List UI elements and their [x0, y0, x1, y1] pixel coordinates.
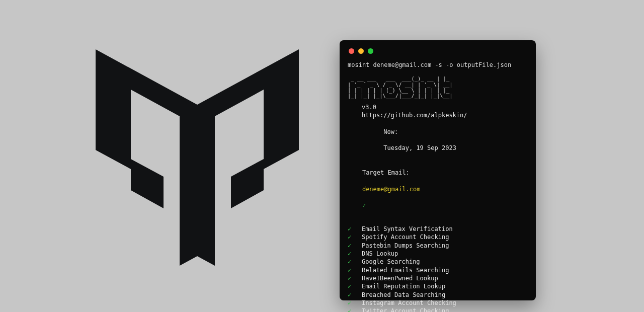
- now-label: Now:: [383, 128, 398, 135]
- task-row: ✓Related Emails Searching: [348, 266, 528, 274]
- task-row: ✓Instagram Account Checking: [348, 299, 528, 307]
- command-line: mosint deneme@gmail.com -s -o outputFile…: [348, 61, 528, 69]
- check-icon: ✓: [348, 242, 362, 250]
- task-label: Email Reputation Lookup: [362, 282, 445, 290]
- minimize-icon[interactable]: [358, 48, 364, 54]
- check-icon: ✓: [348, 274, 362, 282]
- zoom-icon[interactable]: [368, 48, 373, 54]
- check-icon: ✓: [362, 202, 366, 209]
- mosint-logo-svg: [96, 49, 299, 266]
- task-label: Email Syntax Verification: [362, 225, 453, 233]
- target-email: deneme@gmail.com: [362, 186, 421, 193]
- check-icon: ✓: [348, 225, 362, 233]
- mosint-logo: [96, 49, 299, 266]
- task-row: ✓DNS Lookup: [348, 250, 528, 258]
- task-label: Breached Data Searching: [362, 291, 445, 299]
- task-row: ✓Breached Data Searching: [348, 291, 528, 299]
- task-label: Spotify Account Checking: [362, 233, 449, 241]
- ascii-banner: _ __ ___ ___ ___(_)_ __ | |_ | '_ ` _ \ …: [348, 76, 528, 99]
- task-row: ✓Email Reputation Lookup: [348, 282, 528, 290]
- check-icon: ✓: [348, 233, 362, 241]
- check-icon: ✓: [348, 266, 362, 274]
- close-icon[interactable]: [349, 48, 354, 54]
- task-label: Instagram Account Checking: [362, 299, 456, 307]
- check-icon: ✓: [348, 291, 362, 299]
- check-icon: ✓: [348, 307, 362, 312]
- task-list: ✓Email Syntax Verification✓Spotify Accou…: [348, 225, 528, 312]
- task-row: ✓Google Searching: [348, 258, 528, 266]
- target-line: Target Email: deneme@gmail.com ✓: [348, 161, 528, 218]
- check-icon: ✓: [348, 258, 362, 266]
- target-label: Target Email:: [362, 169, 410, 176]
- repo-line: https://github.com/alpkeskin/: [362, 111, 528, 119]
- task-label: Google Searching: [362, 258, 420, 266]
- now-value: Tuesday, 19 Sep 2023: [383, 144, 456, 151]
- now-line: Now: Tuesday, 19 Sep 2023: [362, 119, 528, 161]
- task-label: HaveIBeenPwned Lookup: [362, 274, 438, 282]
- task-row: ✓Twitter Account Checking: [348, 307, 528, 312]
- task-row: ✓Email Syntax Verification: [348, 225, 528, 233]
- task-label: Pastebin Dumps Searching: [362, 242, 449, 250]
- check-icon: ✓: [348, 250, 362, 258]
- check-icon: ✓: [348, 299, 362, 307]
- task-label: Twitter Account Checking: [362, 307, 449, 312]
- check-icon: ✓: [348, 282, 362, 290]
- task-row: ✓Spotify Account Checking: [348, 233, 528, 241]
- task-label: Related Emails Searching: [362, 266, 449, 274]
- window-traffic-lights: [348, 47, 528, 59]
- version-line: v3.0: [362, 103, 528, 111]
- terminal-window: mosint deneme@gmail.com -s -o outputFile…: [340, 40, 536, 300]
- task-row: ✓HaveIBeenPwned Lookup: [348, 274, 528, 282]
- task-row: ✓Pastebin Dumps Searching: [348, 242, 528, 250]
- meta-block: v3.0 https://github.com/alpkeskin/ Now: …: [348, 103, 528, 161]
- task-label: DNS Lookup: [362, 250, 398, 258]
